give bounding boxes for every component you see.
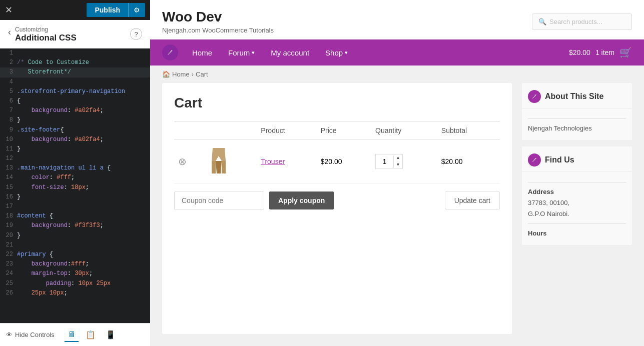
code-editor[interactable]: 1 2 /* Code to Customize 3 Storefront*/ …: [0, 48, 150, 323]
quantity-cell: ▲ ▼: [371, 140, 437, 184]
price-cell: $20.00: [317, 140, 371, 184]
cart-section: Cart Product Price Quantity Subtotal: [162, 83, 512, 334]
publish-button[interactable]: Publish: [87, 3, 128, 17]
quantity-stepper: ▲ ▼: [394, 154, 402, 168]
device-icons: 🖥 📋 📱: [65, 328, 119, 342]
code-line: 4: [0, 78, 150, 87]
code-line: 1: [0, 48, 150, 58]
table-row: ⊗ Trouser: [174, 140, 500, 184]
search-icon: 🔍: [538, 18, 546, 26]
pencil-nav-icon: [162, 44, 178, 60]
customizer-panel: ✕ Publish ⚙ ‹ Customizing Additional CSS…: [0, 0, 150, 346]
remove-cell: ⊗: [174, 140, 205, 184]
product-image-cell: [205, 140, 257, 184]
col-image: [205, 122, 257, 140]
col-subtotal: Subtotal: [437, 122, 500, 140]
settings-button[interactable]: ⚙: [128, 3, 145, 17]
hours-label: Hours: [528, 228, 626, 239]
site-subtitle: Njengah.com WooCommerce Tutorials: [162, 26, 274, 34]
product-name-link[interactable]: Trouser: [261, 158, 285, 166]
code-line: 6 {: [0, 96, 150, 106]
qty-up-button[interactable]: ▲: [394, 154, 402, 162]
address-line1: 37783, 00100,: [528, 198, 626, 208]
col-price: Price: [317, 122, 371, 140]
breadcrumb: 🏠 Home › Cart: [150, 66, 644, 83]
code-line: 25 padding: 10px 25px: [0, 279, 150, 288]
apply-coupon-button[interactable]: Apply coupon: [269, 192, 334, 210]
about-widget: About This Site Njengah Technologies: [522, 83, 632, 140]
main-content: Cart Product Price Quantity Subtotal: [150, 83, 644, 346]
help-button[interactable]: ?: [130, 28, 142, 40]
code-line: 20 }: [0, 231, 150, 240]
product-name-cell: Trouser: [257, 140, 316, 184]
code-line: 21: [0, 240, 150, 250]
desktop-view-button[interactable]: 🖥: [65, 328, 79, 342]
breadcrumb-current: Cart: [196, 70, 208, 78]
preview-pane: Woo Dev Njengah.com WooCommerce Tutorial…: [150, 0, 644, 346]
product-price: $20.00: [321, 158, 342, 166]
nav-bar: Home Forum ▾ My account Shop ▾ $20.00 1 …: [150, 40, 644, 66]
qty-down-button[interactable]: ▼: [394, 162, 402, 168]
bottom-bar: 👁 Hide Controls 🖥 📋 📱: [0, 323, 150, 346]
tablet-view-button[interactable]: 📋: [83, 328, 99, 342]
code-line: 11 }: [0, 144, 150, 154]
breadcrumb-home[interactable]: Home: [172, 70, 190, 78]
nav-shop[interactable]: Shop ▾: [317, 40, 356, 66]
col-remove: [174, 122, 205, 140]
cart-table: Product Price Quantity Subtotal ⊗: [174, 121, 500, 184]
code-line: 26 25px 10px;: [0, 288, 150, 298]
code-line: 5 .storefront-primary-navigation: [0, 87, 150, 96]
code-line: 18 #content {: [0, 212, 150, 221]
col-product: Product: [257, 122, 316, 140]
quantity-wrapper: ▲ ▼: [375, 154, 403, 168]
quantity-input[interactable]: [376, 156, 394, 168]
code-line: 16 }: [0, 192, 150, 202]
code-line: 14 color: #fff;: [0, 173, 150, 182]
find-us-title-text: Find Us: [545, 156, 574, 164]
code-line: 7 background: #a02fa4;: [0, 106, 150, 116]
publish-area: Publish ⚙: [87, 3, 145, 17]
cart-info[interactable]: $20.00 1 item 🛒: [569, 46, 632, 58]
code-line: 17: [0, 202, 150, 212]
shop-dropdown-icon: ▾: [345, 50, 348, 56]
customizing-subtitle: Additional CSS: [15, 33, 77, 43]
about-body-text: Njengah Technologies: [528, 124, 592, 132]
find-us-widget-title: Find Us: [522, 146, 632, 172]
nav-my-account[interactable]: My account: [263, 40, 317, 66]
about-title-text: About This Site: [545, 92, 603, 101]
search-box[interactable]: 🔍 Search products...: [532, 14, 632, 30]
close-button[interactable]: ✕: [5, 6, 13, 14]
cart-icon: 🛒: [619, 46, 632, 58]
eye-icon: 👁: [6, 331, 13, 338]
address-label: Address: [528, 186, 626, 198]
code-line: 3 Storefront*/: [0, 68, 150, 77]
forum-dropdown-icon: ▾: [252, 50, 255, 56]
update-cart-button[interactable]: Update cart: [445, 192, 500, 210]
subtotal-value: $20.00: [441, 158, 463, 166]
nav-forum[interactable]: Forum ▾: [220, 40, 263, 66]
cart-items-count: 1 item: [595, 48, 614, 56]
subtotal-cell: $20.00: [437, 140, 500, 184]
col-quantity: Quantity: [371, 122, 437, 140]
find-us-widget-body: Address 37783, 00100, G.P.O Nairobi. Hou…: [522, 172, 632, 245]
pencil-circle-icon-2: [528, 154, 541, 166]
code-line: 22 #primary {: [0, 250, 150, 260]
back-button[interactable]: ‹: [8, 27, 11, 38]
site-title: Woo Dev: [162, 9, 274, 25]
search-placeholder: Search products...: [549, 18, 602, 26]
code-line: 19 background: #f3f3f3;: [0, 221, 150, 230]
remove-item-button[interactable]: ⊗: [178, 156, 187, 168]
hide-controls-button[interactable]: 👁 Hide Controls: [6, 331, 55, 338]
right-sidebar: About This Site Njengah Technologies Fin…: [522, 83, 632, 334]
nav-home[interactable]: Home: [184, 40, 220, 66]
customizing-label: Customizing: [15, 26, 77, 33]
hide-controls-label: Hide Controls: [15, 331, 55, 338]
about-widget-body: Njengah Technologies: [522, 108, 632, 140]
mobile-view-button[interactable]: 📱: [103, 328, 119, 342]
code-line: 23 background:#fff;: [0, 260, 150, 269]
customizing-header: ‹ Customizing Additional CSS ?: [0, 20, 150, 48]
coupon-input[interactable]: [174, 192, 264, 210]
cart-amount: $20.00: [569, 48, 590, 56]
find-us-widget: Find Us Address 37783, 00100, G.P.O Nair…: [522, 146, 632, 245]
site-header: Woo Dev Njengah.com WooCommerce Tutorial…: [150, 0, 644, 40]
